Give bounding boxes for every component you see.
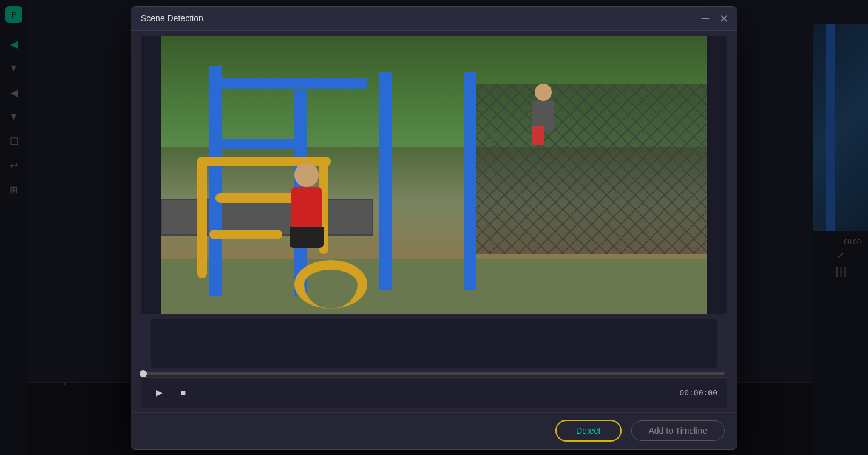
add-to-timeline-button[interactable]: Add to Timeline — [631, 420, 725, 441]
dialog-title: Scene Detection — [141, 13, 727, 23]
detect-button[interactable]: Detect — [555, 420, 621, 442]
blue-pole-3 — [379, 72, 392, 290]
dialog-content: ▶ ■ 00:00:00 — [131, 31, 737, 412]
video-preview-container — [141, 36, 727, 314]
dialog-minimize-button[interactable]: ─ — [698, 12, 713, 26]
person-head — [294, 163, 319, 187]
chain-fence — [476, 84, 707, 254]
person-2 — [531, 84, 555, 145]
yellow-rail-curve — [294, 260, 367, 309]
stop-icon: ■ — [181, 388, 186, 397]
person-2-head — [535, 84, 552, 101]
yellow-rail-vert-1 — [197, 157, 207, 278]
scene-ground — [161, 259, 707, 314]
stop-button[interactable]: ■ — [175, 384, 192, 401]
clips-strip-area — [151, 319, 717, 368]
video-preview — [161, 36, 707, 314]
blue-pole-1 — [209, 66, 222, 296]
close-icon: ✕ — [719, 12, 728, 26]
dialog-close-button[interactable]: ✕ — [716, 12, 731, 26]
play-button[interactable]: ▶ — [151, 384, 168, 401]
person-2-pants — [532, 126, 544, 145]
time-display: 00:00:00 — [679, 388, 717, 397]
blue-pole-horiz-2 — [209, 139, 307, 149]
minimize-icon: ─ — [702, 12, 710, 25]
person-body — [291, 187, 322, 230]
dialog-footer: Detect Add to Timeline — [131, 412, 737, 449]
yellow-rail-3 — [209, 230, 282, 239]
progress-row — [141, 372, 727, 377]
play-icon: ▶ — [156, 388, 163, 397]
blue-pole-4 — [464, 72, 476, 290]
video-progress-bar[interactable] — [143, 372, 725, 375]
progress-thumb[interactable] — [140, 370, 147, 377]
person-shorts — [290, 227, 324, 248]
video-controls-bar: ▶ ■ 00:00:00 — [141, 377, 727, 408]
person-red — [282, 169, 331, 254]
blue-pole-horiz-1 — [209, 78, 367, 89]
dialog-overlay: Scene Detection ─ ✕ — [0, 0, 868, 455]
dialog-titlebar: Scene Detection ─ ✕ — [131, 7, 737, 31]
scene-detection-dialog: Scene Detection ─ ✕ — [131, 6, 737, 450]
